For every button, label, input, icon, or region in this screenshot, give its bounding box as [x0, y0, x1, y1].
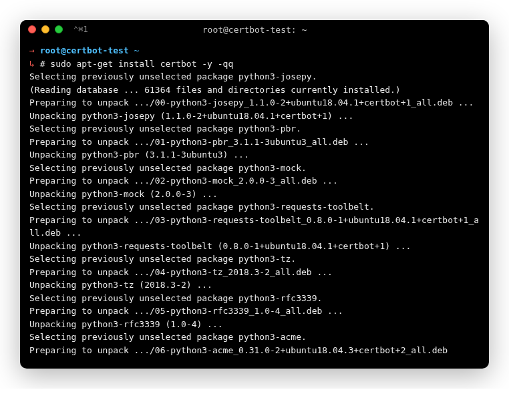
- prompt-line-1: → root@certbot-test ~: [29, 44, 480, 57]
- minimize-icon[interactable]: [41, 25, 49, 33]
- output-line: Selecting previously unselected package …: [29, 292, 480, 305]
- prompt-host: root@certbot-test: [40, 45, 129, 55]
- prompt-path: ~: [134, 45, 140, 55]
- output-line: Preparing to unpack .../05-python3-rfc33…: [29, 304, 480, 318]
- output-line: Unpacking python3-pbr (3.1.1-3ubuntu3) .…: [29, 148, 480, 162]
- traffic-lights: [28, 25, 63, 33]
- output-line: Preparing to unpack .../06-python3-acme_…: [29, 344, 480, 357]
- output-line: Preparing to unpack .../02-python3-mock_…: [29, 174, 480, 188]
- prompt-line-2: ↳ # sudo apt-get install certbot -y -qq: [29, 57, 480, 71]
- command-text: sudo apt-get install certbot -y -qq: [50, 59, 233, 69]
- output-line: Selecting previously unselected package …: [29, 331, 480, 344]
- output-line: Selecting previously unselected package …: [29, 200, 480, 214]
- titlebar[interactable]: ⌃⌘1 root@certbot-test: ~: [20, 20, 489, 39]
- branch-arrow-icon: ↳: [29, 59, 35, 69]
- output-line: Selecting previously unselected package …: [29, 252, 480, 266]
- maximize-icon[interactable]: [55, 25, 63, 33]
- output-line: Selecting previously unselected package …: [29, 122, 480, 136]
- prompt-marker: #: [40, 59, 45, 69]
- output-line: Preparing to unpack .../01-python3-pbr_3…: [29, 136, 480, 149]
- prompt-arrow-icon: →: [29, 45, 35, 55]
- output-container: Selecting previously unselected package …: [29, 70, 480, 357]
- output-line: Selecting previously unselected package …: [29, 162, 480, 175]
- output-line: Unpacking python3-tz (2018.3-2) ...: [29, 278, 480, 292]
- output-line: Unpacking python3-rfc3339 (1.0-4) ...: [29, 318, 480, 331]
- terminal-body[interactable]: → root@certbot-test ~↳ # sudo apt-get in…: [20, 39, 489, 369]
- close-icon[interactable]: [28, 25, 36, 33]
- titlebar-shortcut: ⌃⌘1: [73, 25, 88, 34]
- output-line: Unpacking python3-mock (2.0.0-3) ...: [29, 188, 480, 201]
- window-title: root@certbot-test: ~: [202, 25, 307, 35]
- output-line: Unpacking python3-josepy (1.1.0-2+ubuntu…: [29, 110, 480, 123]
- output-line: Selecting previously unselected package …: [29, 70, 480, 83]
- terminal-window: ⌃⌘1 root@certbot-test: ~ → root@certbot-…: [20, 20, 489, 369]
- output-line: Unpacking python3-requests-toolbelt (0.8…: [29, 240, 480, 253]
- output-line: Preparing to unpack .../00-python3-josep…: [29, 96, 480, 110]
- output-line: Preparing to unpack .../03-python3-reque…: [29, 214, 480, 240]
- output-line: (Reading database ... 61364 files and di…: [29, 83, 480, 97]
- output-line: Preparing to unpack .../04-python3-tz_20…: [29, 266, 480, 279]
